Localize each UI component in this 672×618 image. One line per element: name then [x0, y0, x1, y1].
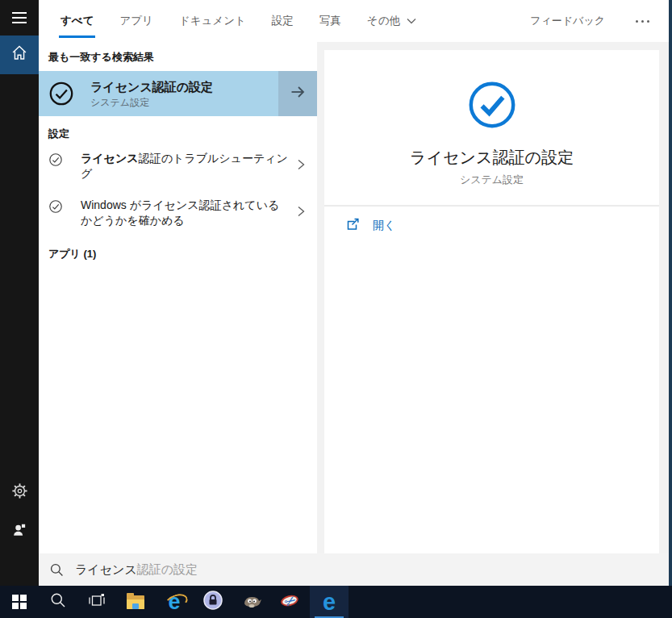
best-match-result[interactable]: ライセンス認証の設定 システム設定: [39, 71, 317, 116]
result-check-windows-activated[interactable]: Windows がライセンス認証されているかどうかを確かめる: [39, 190, 317, 236]
edge-button[interactable]: e: [310, 586, 349, 618]
sidebar-user-button[interactable]: [0, 512, 39, 550]
feedback-link[interactable]: フィードバック: [530, 14, 605, 28]
preview-subtitle: システム設定: [460, 173, 524, 187]
chevron-down-icon: [406, 17, 417, 25]
hamburger-button[interactable]: [0, 0, 39, 35]
arrow-right-icon: [288, 82, 307, 105]
sidebar-settings-button[interactable]: [0, 473, 39, 512]
preview-column: ライセンス認証の設定 システム設定 開く: [324, 42, 659, 553]
home-icon: [9, 43, 30, 67]
tab-apps[interactable]: アプリ: [119, 0, 152, 42]
keepass-button[interactable]: [194, 586, 232, 618]
apps-group-label: アプリ (1): [48, 247, 317, 261]
search-results-content: 最も一致する検索結果 ライセンス認証の設定 システム設定: [39, 42, 669, 553]
desktop-background-edge: [669, 0, 672, 586]
best-match-title: ライセンス認証の設定: [90, 79, 278, 94]
gear-icon: [10, 482, 29, 503]
task-view-button[interactable]: [77, 586, 116, 618]
gimp-button[interactable]: [232, 586, 271, 618]
keepass-lock-icon: [202, 590, 223, 614]
windows-search-flyout: すべて アプリ ドキュメント 設定 写真 その他 フィードバック: [0, 0, 672, 618]
start-button[interactable]: [0, 586, 39, 618]
search-filter-header: すべて アプリ ドキュメント 設定 写真 その他 フィードバック: [39, 0, 669, 42]
panel-divider-gap: [317, 42, 324, 553]
search-suggestion-text: 認証の設定: [137, 562, 198, 576]
gimp-icon: [241, 591, 262, 613]
checkmark-circle-icon: [48, 199, 63, 214]
open-button-label: 開く: [373, 219, 395, 233]
expand-preview-button[interactable]: [278, 71, 317, 116]
results-panel: 最も一致する検索結果 ライセンス認証の設定 システム設定: [39, 42, 317, 553]
best-match-subtitle: システム設定: [90, 96, 278, 109]
chevron-right-icon: [296, 203, 306, 223]
tab-all[interactable]: すべて: [61, 0, 94, 42]
file-explorer-icon: [127, 595, 144, 609]
settings-group-label: 設定: [48, 127, 317, 141]
search-input[interactable]: ライセンス認証の設定: [39, 553, 669, 586]
filter-tabs: すべて アプリ ドキュメント 設定 写真 その他: [61, 0, 417, 42]
snipping-app-button[interactable]: ✂: [271, 586, 310, 618]
edge-icon: e: [323, 591, 336, 614]
windows-logo-icon: [12, 595, 27, 609]
user-icon: [10, 520, 28, 541]
task-view-icon: [87, 591, 106, 613]
preview-card-top: ライセンス認証の設定 システム設定: [324, 50, 659, 207]
sidebar-item-home[interactable]: [0, 35, 39, 74]
preview-card: ライセンス認証の設定 システム設定 開く: [324, 50, 659, 553]
file-explorer-button[interactable]: [116, 586, 155, 618]
tab-more[interactable]: その他: [367, 0, 417, 42]
tab-photos[interactable]: 写真: [319, 0, 341, 42]
search-main-area: すべて アプリ ドキュメント 設定 写真 その他 フィードバック: [39, 0, 669, 586]
internet-explorer-icon: e: [168, 591, 180, 613]
tab-documents[interactable]: ドキュメント: [179, 0, 246, 42]
checkmark-circle-icon: [466, 79, 518, 131]
chevron-right-icon: [296, 157, 306, 176]
open-button[interactable]: 開く: [324, 207, 659, 245]
snipping-app-icon: ✂: [280, 593, 301, 611]
taskbar: e ✂ e: [0, 586, 672, 618]
search-typed-text: ライセンス: [75, 562, 137, 576]
best-match-section-label: 最も一致する検索結果: [48, 49, 317, 65]
checkmark-circle-icon: [48, 81, 74, 106]
preview-title: ライセンス認証の設定: [410, 147, 574, 169]
open-external-icon: [345, 217, 361, 236]
checkmark-circle-icon: [48, 152, 63, 167]
hamburger-icon: [12, 12, 27, 23]
search-sidebar-rail: [0, 0, 39, 586]
tab-settings[interactable]: 設定: [272, 0, 294, 42]
result-activation-troubleshooting[interactable]: ライセンス認証のトラブルシューティング: [39, 143, 317, 190]
more-options-button[interactable]: [634, 15, 651, 27]
search-icon: [49, 591, 67, 612]
search-icon: [49, 562, 65, 578]
taskbar-search-button[interactable]: [39, 586, 77, 618]
internet-explorer-button[interactable]: e: [155, 586, 194, 618]
